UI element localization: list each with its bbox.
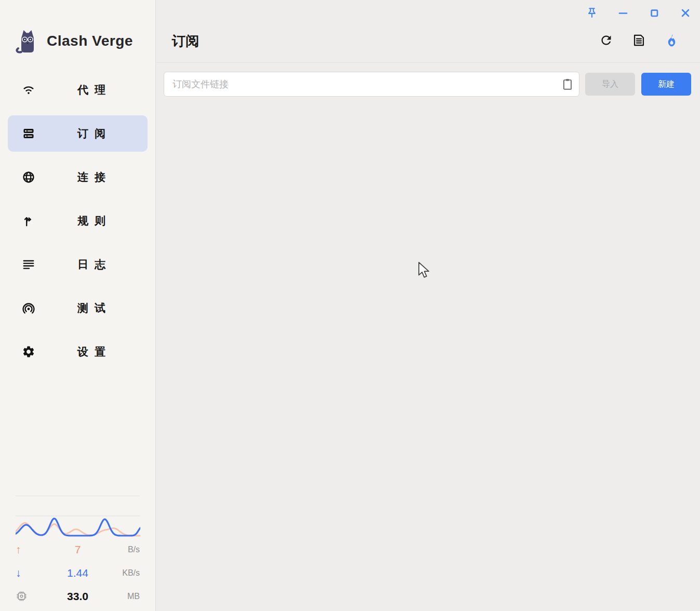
- close-button[interactable]: [674, 4, 697, 24]
- sidebar-nav: 代理订阅连接规则日志测试设置: [0, 72, 155, 370]
- sidebar-item-label: 订阅: [35, 126, 148, 141]
- traffic-graph: [16, 514, 140, 538]
- sidebar-item-test[interactable]: 测试: [8, 290, 148, 326]
- page-header: 订阅: [172, 26, 679, 56]
- import-button[interactable]: 导入: [585, 73, 635, 96]
- sidebar: Clash Verge 代理订阅连接规则日志测试设置 ↑ 7 B/s ↓ 1.4…: [0, 0, 156, 611]
- subscription-url-input[interactable]: [164, 72, 579, 97]
- wifi-icon: [22, 83, 35, 97]
- main-area: 订阅: [156, 0, 700, 611]
- sidebar-item-logs[interactable]: 日志: [8, 246, 148, 283]
- minimize-icon: [616, 6, 630, 22]
- sidebar-item-settings[interactable]: 设置: [8, 334, 148, 370]
- fork-arrow-icon: [22, 214, 35, 228]
- flame-button[interactable]: [664, 33, 679, 49]
- app-name: Clash Verge: [47, 33, 133, 49]
- memory-usage-row: 33.0 MB: [16, 585, 140, 608]
- cat-logo-icon: [15, 27, 41, 55]
- upload-speed-row: ↑ 7 B/s: [16, 538, 140, 561]
- subscription-icon: [22, 127, 35, 140]
- app-logo: Clash Verge: [15, 27, 155, 55]
- lines-icon: [22, 258, 35, 271]
- minimize-button[interactable]: [612, 4, 635, 24]
- sidebar-item-label: 代理: [35, 83, 148, 97]
- globe-icon: [22, 170, 35, 184]
- sidebar-item-rules[interactable]: 规则: [8, 203, 148, 239]
- sidebar-item-label: 测试: [35, 301, 148, 315]
- sidebar-item-label: 日志: [35, 257, 148, 272]
- memory-usage-value: 33.0: [16, 590, 140, 603]
- clipboard-icon[interactable]: [561, 77, 574, 91]
- subscription-toolbar: 导入 新建: [164, 72, 691, 97]
- subscription-url-wrap: [164, 72, 579, 97]
- clash-verge-window: Clash Verge 代理订阅连接规则日志测试设置 ↑ 7 B/s ↓ 1.4…: [0, 0, 700, 611]
- new-button[interactable]: 新建: [641, 73, 691, 96]
- window-controls: [572, 4, 697, 24]
- maximize-icon: [648, 6, 661, 22]
- refresh-icon: [599, 33, 613, 49]
- traffic-line-upload: [16, 523, 140, 536]
- sidebar-item-connections[interactable]: 连接: [8, 159, 148, 195]
- sidebar-item-label: 设置: [35, 344, 148, 359]
- sidebar-item-label: 规则: [35, 214, 148, 228]
- radar-icon: [22, 301, 35, 315]
- header-divider: [156, 62, 700, 63]
- document-icon: [632, 33, 646, 49]
- page-title: 订阅: [172, 32, 199, 50]
- pin-button[interactable]: [580, 4, 603, 24]
- maximize-button[interactable]: [643, 4, 666, 24]
- traffic-panel: ↑ 7 B/s ↓ 1.44 KB/s 33.0 MB: [0, 496, 155, 611]
- traffic-divider: [16, 496, 140, 496]
- download-speed-row: ↓ 1.44 KB/s: [16, 561, 140, 585]
- sidebar-item-label: 连接: [35, 170, 148, 184]
- upload-speed-value: 7: [16, 543, 140, 556]
- close-icon: [679, 6, 692, 22]
- flame-icon: [665, 33, 679, 49]
- pin-icon: [585, 6, 599, 22]
- text-file-button[interactable]: [631, 33, 646, 49]
- sidebar-item-subscription[interactable]: 订阅: [8, 115, 148, 152]
- header-actions: [581, 33, 679, 49]
- refresh-button[interactable]: [598, 33, 614, 49]
- sidebar-item-proxy[interactable]: 代理: [8, 72, 148, 108]
- gear-icon: [22, 345, 35, 358]
- download-speed-value: 1.44: [16, 567, 140, 579]
